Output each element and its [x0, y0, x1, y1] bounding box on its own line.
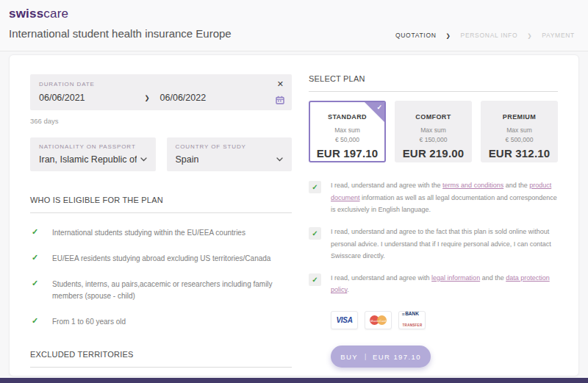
plan-max-sum: € 150,000 — [399, 136, 467, 143]
country-of-study-label: COUNTRY OF STUDY — [176, 143, 284, 150]
duration-date-field[interactable]: DURATION DATE 06/06/2021 ❯ 06/06/2022 ✕ — [30, 74, 292, 110]
plan-max-sum: € 50,000 — [313, 136, 381, 143]
nationality-select[interactable]: NATIONALITY ON PASSPORT Iran, Islamic Re… — [30, 137, 156, 171]
duration-days-text: 366 days — [30, 117, 292, 125]
logo-light: care — [43, 7, 68, 21]
swisscare-logo[interactable]: swisscare — [9, 7, 578, 21]
online-sale-checkbox[interactable]: ✓ — [309, 227, 321, 240]
terms-checkbox[interactable]: ✓ — [309, 181, 321, 193]
bank-transfer-icon: ≡BANK TRANSFER — [398, 311, 426, 329]
agreement-text-part: I read, understand and agree with — [331, 274, 431, 282]
plan-price: EUR 219.00 — [399, 147, 467, 160]
bank-lines-icon: ≡ — [402, 312, 405, 317]
plan-max-label: Max sum — [313, 126, 381, 134]
check-icon: ✓ — [30, 316, 52, 328]
list-item: ✓ International students studying within… — [30, 227, 292, 239]
check-icon: ✓ — [30, 279, 52, 302]
eligibility-item-text: From 1 to 60 years old — [52, 316, 130, 328]
buy-button[interactable]: BUY | EUR 197.10 — [331, 346, 431, 368]
page-title: International student health insurance E… — [9, 27, 232, 40]
agreement-text-part: information as well as all legal documen… — [331, 194, 557, 214]
nationality-value: Iran, Islamic Republic of — [39, 154, 137, 165]
breadcrumb-step-quotation[interactable]: QUOTATION — [395, 32, 437, 39]
agreement-text: I read, understand and agree to the fact… — [331, 226, 558, 262]
check-icon: ✓ — [30, 227, 52, 239]
clear-dates-icon[interactable]: ✕ — [277, 80, 284, 88]
eligibility-item-text: Students, interns, au pairs,acacemic or … — [52, 279, 292, 302]
quote-settings-column: DURATION DATE 06/06/2021 ❯ 06/06/2022 ✕ … — [30, 74, 292, 357]
plan-name: PREMIUM — [485, 113, 553, 121]
nationality-label: NATIONALITY ON PASSPORT — [39, 143, 147, 150]
list-item: ✓ Students, interns, au pairs,acacemic o… — [30, 279, 292, 302]
plan-card-premium[interactable]: PREMIUM Max sum € 500,000 EUR 312.10 — [481, 101, 558, 162]
buy-price: EUR 197.10 — [373, 353, 421, 361]
agreement-row-legal: ✓ I read, understand and agree with lega… — [309, 273, 558, 296]
plan-price: EUR 197.10 — [313, 147, 381, 160]
breadcrumb-step-payment[interactable]: PAYMENT — [542, 32, 575, 39]
eligibility-heading: WHO IS ELIGIBLE FOR THE PLAN — [30, 196, 292, 213]
chevron-down-icon — [140, 157, 147, 162]
country-of-study-value: Spain — [176, 154, 199, 165]
breadcrumb-arrow-icon: ❯ — [527, 32, 532, 39]
eligibility-item-text: International students studying within t… — [52, 227, 250, 239]
plan-max-sum: € 500,000 — [485, 136, 553, 143]
agreement-text-part: I read, understand and agree with the — [331, 182, 442, 189]
plan-selection-column: SELECT PLAN ✓ STANDARD Max sum € 50,000 … — [309, 74, 558, 357]
chevron-down-icon — [276, 157, 283, 162]
selected-check-icon: ✓ — [376, 104, 382, 111]
agreement-row-terms: ✓ I read, understand and agree with the … — [309, 181, 558, 216]
visa-icon: VISA — [331, 311, 358, 329]
country-of-study-select[interactable]: COUNTRY OF STUDY Spain — [167, 137, 293, 171]
agreement-text-part: and the — [503, 182, 529, 189]
legal-checkbox[interactable]: ✓ — [309, 273, 321, 286]
agreement-text-part: . — [347, 286, 349, 293]
logo-bold: swiss — [9, 7, 43, 21]
eligibility-list: ✓ International students studying within… — [30, 227, 292, 328]
legal-information-link[interactable]: legal information — [431, 274, 480, 282]
plan-card-comfort[interactable]: COMFORT Max sum € 150,000 EUR 219.00 — [395, 101, 472, 162]
header: swisscare International student health i… — [0, 0, 588, 51]
check-icon: ✓ — [30, 253, 52, 265]
breadcrumb-step-personal-info[interactable]: PERSONAL INFO — [461, 32, 518, 39]
agreement-row-online-sale: ✓ I read, understand and agree to the fa… — [309, 227, 558, 262]
excluded-territories-heading: EXCLUDED TERRITORIES — [30, 350, 292, 368]
start-date-value[interactable]: 06/06/2021 — [39, 93, 144, 103]
plan-cards: ✓ STANDARD Max sum € 50,000 EUR 197.10 C… — [309, 101, 558, 162]
plan-price: EUR 312.10 — [485, 147, 553, 160]
footer-brand-bar — [0, 378, 588, 383]
list-item: ✓ From 1 to 60 years old — [30, 316, 292, 328]
plan-max-label: Max sum — [485, 126, 553, 134]
quotation-card: DURATION DATE 06/06/2021 ❯ 06/06/2022 ✕ … — [9, 54, 579, 376]
duration-date-label: DURATION DATE — [39, 81, 283, 87]
agreements-section: ✓ I read, understand and agree with the … — [309, 181, 558, 296]
plan-card-standard[interactable]: ✓ STANDARD Max sum € 50,000 EUR 197.10 — [309, 101, 386, 162]
agreement-text-part: and the — [480, 274, 506, 282]
eligibility-item-text: EU/EEA residents studying abroad excludi… — [52, 253, 275, 265]
plan-max-label: Max sum — [399, 126, 467, 134]
mastercard-icon: MasterCard — [365, 311, 392, 329]
breadcrumb-arrow-icon: ❯ — [446, 32, 451, 39]
payment-methods: VISA MasterCard ≡BANK TRANSFER — [331, 311, 558, 329]
plan-name: COMFORT — [399, 113, 467, 121]
agreement-text: I read, understand and agree with the te… — [331, 179, 558, 216]
calendar-icon[interactable] — [276, 96, 284, 104]
date-range-arrow-icon: ❯ — [144, 94, 149, 101]
breadcrumb: QUOTATION ❯ PERSONAL INFO ❯ PAYMENT — [395, 32, 578, 39]
buy-separator: | — [365, 353, 366, 360]
list-item: ✓ EU/EEA residents studying abroad exclu… — [30, 253, 292, 265]
agreement-text: I read, understand and agree with legal … — [331, 272, 558, 296]
buy-label: BUY — [340, 353, 358, 361]
select-plan-heading: SELECT PLAN — [309, 74, 558, 92]
terms-and-conditions-link[interactable]: terms and conditions — [442, 182, 503, 189]
end-date-value[interactable]: 06/06/2022 — [160, 93, 265, 103]
